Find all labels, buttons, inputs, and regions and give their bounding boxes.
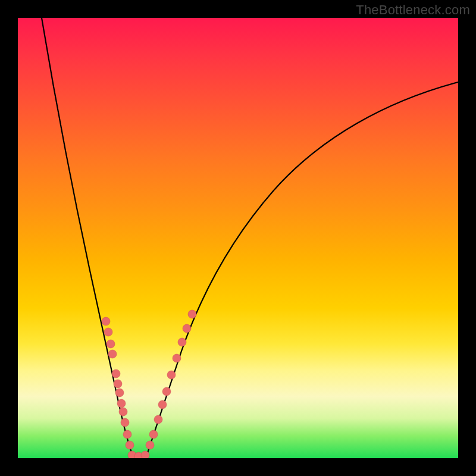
- marker-dot: [126, 441, 134, 449]
- plot-area: [18, 18, 458, 458]
- marker-group: [102, 310, 196, 458]
- marker-dot: [114, 380, 122, 388]
- marker-dot: [123, 430, 131, 439]
- marker-dot: [115, 389, 124, 397]
- marker-dot: [183, 324, 191, 333]
- chart-svg: [18, 18, 458, 458]
- marker-dot: [104, 328, 112, 336]
- marker-dot: [162, 387, 171, 396]
- marker-dot: [102, 317, 110, 325]
- marker-dot: [108, 350, 117, 358]
- marker-dot: [141, 451, 149, 458]
- chart-frame: TheBottleneck.com: [0, 0, 476, 476]
- marker-dot: [117, 399, 126, 408]
- marker-dot: [158, 400, 167, 409]
- marker-dot: [107, 340, 115, 348]
- marker-dot: [188, 310, 196, 318]
- marker-dot: [112, 369, 120, 378]
- marker-dot: [146, 441, 154, 449]
- marker-dot: [167, 371, 176, 379]
- marker-dot: [154, 415, 162, 424]
- right-curve: [146, 82, 458, 458]
- marker-dot: [119, 408, 127, 416]
- marker-dot: [121, 418, 129, 427]
- marker-dot: [149, 430, 158, 439]
- marker-dot: [178, 338, 186, 346]
- marker-dot: [173, 354, 181, 362]
- watermark-text: TheBottleneck.com: [356, 2, 470, 18]
